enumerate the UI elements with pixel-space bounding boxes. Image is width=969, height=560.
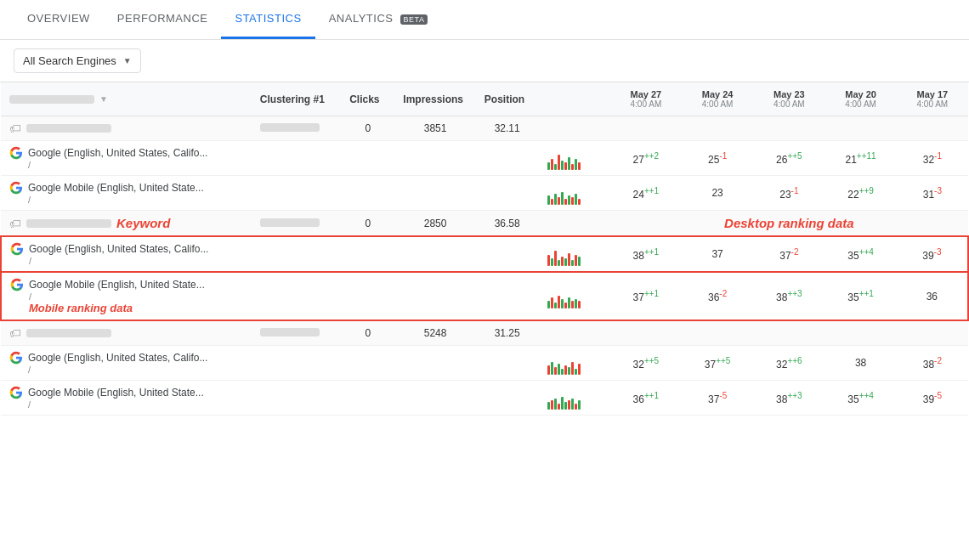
pos-date-1: 36-2	[682, 272, 753, 320]
pos-date-1: 23	[682, 176, 753, 211]
engine-name: Google (English, United States, Califo..…	[9, 351, 243, 365]
pos-date-0: 24++1	[610, 176, 682, 211]
engine-sub: /	[9, 195, 243, 205]
tag-icon: 🏷	[9, 217, 21, 230]
date-header-0: May 27 4:00 AM	[610, 82, 682, 116]
engine-name: Google (English, United States, Califo..…	[9, 146, 243, 160]
tab-overview[interactable]: OVERVIEW	[14, 0, 104, 39]
pos-date-0: 38++1	[610, 236, 682, 272]
mobile-annotation: Mobile ranking data	[10, 302, 243, 314]
sparkline-cell	[539, 176, 610, 211]
engine-sub: /	[9, 399, 243, 410]
pos-date-4: 32-1	[897, 141, 968, 176]
keyword-text	[26, 219, 111, 228]
tab-performance[interactable]: PERFORMANCE	[104, 0, 222, 39]
sort-icon[interactable]: ▼	[99, 94, 108, 104]
engine-name: Google (English, United States, Califo..…	[10, 242, 243, 256]
keyword-annotation: Keyword	[116, 216, 170, 230]
pos-date-4: 38-2	[897, 346, 968, 381]
pos-date-0: 37++1	[610, 272, 682, 320]
pos-date-1: 25-1	[682, 141, 753, 176]
tag-icon: 🏷	[9, 326, 21, 340]
engine-row-1-1: Google Mobile (English, United State... …	[1, 272, 968, 320]
sparkline-cell	[539, 141, 610, 176]
position-cell: 32.11	[476, 116, 539, 141]
pos-date-2: 32++6	[753, 346, 824, 381]
date-header-2: May 23 4:00 AM	[753, 82, 824, 116]
tab-statistics[interactable]: STATISTICS	[221, 0, 314, 39]
engine-sub: /	[10, 256, 243, 266]
impressions-cell: 2850	[394, 211, 476, 237]
clustering-cell	[252, 320, 341, 346]
keyword-label-cell: 🏷	[1, 116, 252, 141]
pos-date-1: 37-5	[682, 381, 753, 416]
impressions-cell: 3851	[394, 116, 476, 141]
sparkline-cell	[539, 346, 610, 381]
clustering-cell	[252, 211, 341, 237]
engine-name: Google Mobile (English, United State...	[9, 386, 243, 399]
engine-row-1-0: Google (English, United States, Califo..…	[1, 236, 968, 272]
clicks-cell: 0	[341, 116, 394, 141]
statistics-table: ▼ Clustering #1 Clicks Impressions Posit…	[0, 82, 969, 416]
sparkline-cell	[539, 381, 610, 416]
keyword-text	[26, 329, 111, 337]
engine-name: Google Mobile (English, United State...	[10, 278, 243, 291]
engine-row-0-0: Google (English, United States, Califo..…	[1, 141, 968, 176]
pos-date-2: 23-1	[753, 176, 824, 211]
keyword-row-0: 🏷 0 3851 32.11	[1, 116, 968, 141]
impressions-header[interactable]: Impressions	[394, 82, 476, 116]
sparkline-cell	[539, 236, 610, 272]
pos-date-3: 38	[824, 346, 896, 381]
table-header-row: ▼ Clustering #1 Clicks Impressions Posit…	[1, 82, 968, 116]
keyword-label-cell: 🏷 Keyword	[1, 211, 252, 237]
date-header-1: May 24 4:00 AM	[682, 82, 753, 116]
pos-date-2: 37-2	[753, 236, 824, 272]
clustering-header: Clustering #1	[252, 82, 341, 116]
clustering-cell	[252, 116, 341, 141]
keyword-header: ▼	[1, 82, 252, 116]
clicks-header[interactable]: Clicks	[341, 82, 394, 116]
pos-date-1: 37	[682, 236, 753, 272]
pos-date-0: 27++2	[610, 141, 682, 176]
keyword-row-2: 🏷 0 5248 31.25	[1, 320, 968, 346]
date-header-4: May 17 4:00 AM	[897, 82, 968, 116]
pos-date-3: 21++11	[824, 141, 896, 176]
position-cell: 36.58	[476, 211, 539, 237]
clicks-cell: 0	[341, 211, 394, 237]
pos-date-0: 32++5	[610, 346, 682, 381]
pos-date-2: 38++3	[753, 272, 824, 320]
pos-date-3: 35++4	[824, 236, 896, 272]
pos-date-4: 39-5	[897, 381, 968, 416]
engine-sub: /	[9, 365, 243, 375]
chart-header	[539, 82, 610, 116]
clicks-cell: 0	[341, 320, 394, 346]
engine-row-0-1: Google Mobile (English, United State... …	[1, 176, 968, 211]
search-engine-filter[interactable]: All Search Engines ▼	[14, 48, 141, 73]
position-header[interactable]: Position	[476, 82, 539, 116]
pos-date-2: 26++5	[753, 141, 824, 176]
tab-analytics[interactable]: ANALYTICS BETA	[315, 0, 442, 39]
pos-date-4: 39-3	[897, 236, 968, 272]
filter-bar: All Search Engines ▼	[0, 40, 969, 82]
tag-icon: 🏷	[9, 122, 21, 135]
date-header-3: May 20 4:00 AM	[824, 82, 896, 116]
position-cell: 31.25	[476, 320, 539, 346]
pos-date-3: 22++9	[824, 176, 896, 211]
keyword-text	[26, 124, 111, 133]
pos-date-0: 36++1	[610, 381, 682, 416]
sparkline-cell	[539, 272, 610, 320]
engine-row-2-1: Google Mobile (English, United State... …	[1, 381, 968, 416]
engine-row-2-0: Google (English, United States, Califo..…	[1, 346, 968, 381]
impressions-cell: 5248	[394, 320, 476, 346]
pos-date-2: 38++3	[753, 381, 824, 416]
engine-name: Google Mobile (English, United State...	[9, 181, 243, 195]
pos-date-4: 36	[897, 272, 968, 320]
beta-badge: BETA	[400, 14, 428, 25]
engine-sub: /	[9, 160, 243, 170]
keyword-label-cell: 🏷	[1, 320, 252, 346]
chevron-down-icon: ▼	[123, 56, 132, 65]
keyword-row-1: 🏷 Keyword 0 2850 36.58 Desktop ranking d…	[1, 211, 968, 237]
pos-date-3: 35++1	[824, 272, 896, 320]
engine-sub: /	[10, 291, 243, 302]
nav-tabs: OVERVIEW PERFORMANCE STATISTICS ANALYTIC…	[0, 0, 969, 40]
